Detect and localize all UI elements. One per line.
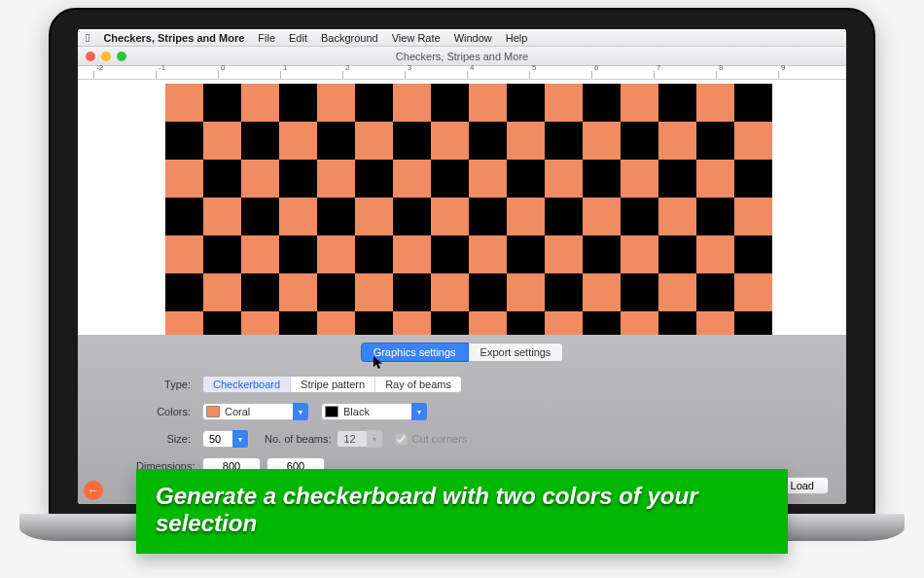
color2-name: Black: [343, 406, 411, 417]
form: Type: Checkerboard Stripe pattern Ray of…: [78, 376, 846, 475]
size-stepper[interactable]: ▾: [202, 430, 249, 448]
cut-corners-label: Cut corners: [411, 433, 467, 445]
tab-export-settings[interactable]: Export settings: [469, 343, 564, 362]
ruler-tick: 7: [654, 71, 716, 79]
menu-view-rate[interactable]: View Rate: [392, 32, 441, 44]
colors-label: Colors:: [136, 406, 196, 417]
menu-edit[interactable]: Edit: [289, 32, 307, 44]
zoom-window-icon[interactable]: [117, 52, 126, 61]
beams-label: No. of beams:: [265, 433, 331, 445]
ruler-tick: 9: [778, 71, 840, 79]
panel-tabs: Graphics settings Export settings: [78, 343, 846, 362]
row-type: Type: Checkerboard Stripe pattern Ray of…: [136, 376, 846, 393]
ruler-tick: 1: [280, 71, 342, 79]
laptop-frame:  Checkers, Stripes and More File Edit B…: [49, 8, 875, 518]
traffic-lights: [78, 52, 126, 61]
minimize-window-icon[interactable]: [101, 52, 111, 61]
macos-menubar:  Checkers, Stripes and More File Edit B…: [78, 29, 846, 47]
ruler-tick: 4: [467, 71, 529, 79]
color1-swatch: [206, 406, 220, 417]
ruler-tick: 5: [529, 71, 591, 79]
menu-window[interactable]: Window: [454, 32, 492, 44]
size-label: Size:: [136, 433, 196, 445]
type-checkerboard[interactable]: Checkerboard: [203, 377, 291, 392]
close-window-icon[interactable]: [86, 52, 95, 61]
menu-help[interactable]: Help: [506, 32, 528, 44]
menu-file[interactable]: File: [258, 32, 275, 44]
ruler-tick: -1: [156, 71, 218, 79]
checkerboard-pattern: [165, 84, 772, 335]
window-title: Checkers, Stripes and More: [78, 51, 846, 62]
type-segmented: Checkerboard Stripe pattern Ray of beams: [202, 376, 462, 393]
horizontal-ruler: -2-10123456789: [78, 66, 846, 80]
chevron-down-icon: ▾: [232, 430, 248, 448]
menu-background[interactable]: Background: [321, 32, 378, 44]
arrow-left-icon: ←: [88, 484, 99, 497]
chevron-down-icon: ▾: [367, 430, 382, 448]
color1-dropdown[interactable]: Coral ▾: [202, 403, 309, 420]
size-input[interactable]: [209, 433, 232, 445]
promo-banner: Generate a checkerboard with two colors …: [136, 469, 788, 554]
beams-stepper[interactable]: ▾: [337, 430, 383, 448]
color2-swatch: [325, 406, 338, 417]
row-size: Size: ▾ No. of beams: ▾ Cut corners: [136, 430, 846, 448]
type-stripe-pattern[interactable]: Stripe pattern: [291, 377, 375, 392]
apple-logo-icon[interactable]: : [86, 31, 89, 45]
back-button[interactable]: ←: [84, 481, 103, 500]
cursor-icon: [373, 356, 383, 370]
window-titlebar[interactable]: Checkers, Stripes and More: [78, 47, 846, 66]
ruler-tick: 3: [405, 71, 467, 79]
chevron-down-icon: ▾: [293, 403, 308, 420]
color1-name: Coral: [225, 406, 293, 417]
menu-app-name[interactable]: Checkers, Stripes and More: [103, 32, 244, 44]
row-colors: Colors: Coral ▾ Black ▾: [136, 403, 846, 420]
ruler-tick: -2: [93, 71, 156, 79]
color2-dropdown[interactable]: Black ▾: [321, 403, 428, 420]
ruler-tick: 6: [591, 71, 654, 79]
chevron-down-icon: ▾: [411, 403, 427, 420]
ruler-tick: 0: [218, 71, 280, 79]
type-label: Type:: [136, 379, 196, 390]
ruler-tick: 2: [342, 71, 405, 79]
ruler-tick: 8: [716, 71, 778, 79]
cut-corners-input[interactable]: [395, 433, 408, 446]
cut-corners-checkbox[interactable]: Cut corners: [395, 433, 467, 446]
type-ray-of-beams[interactable]: Ray of beams: [375, 377, 461, 392]
canvas-area[interactable]: [78, 80, 846, 335]
beams-input[interactable]: [343, 433, 367, 445]
laptop-screen:  Checkers, Stripes and More File Edit B…: [78, 29, 846, 504]
